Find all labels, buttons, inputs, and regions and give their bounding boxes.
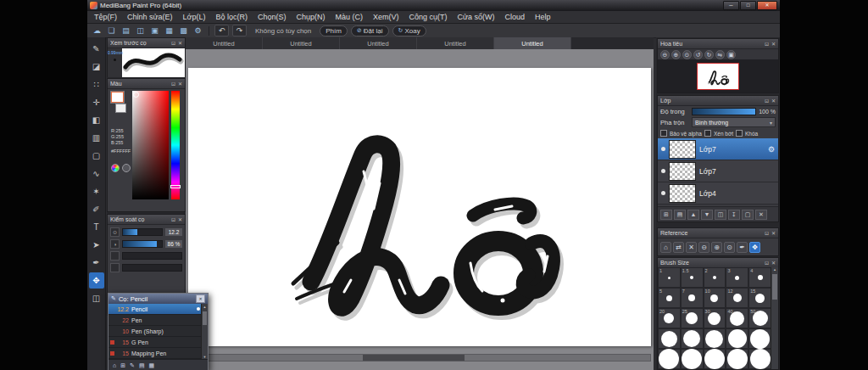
scrollbar-thumb[interactable] [363,355,465,361]
panel-float-icon[interactable]: ⊡ [765,98,769,104]
tool-eyedropper[interactable]: ✒ [89,255,104,271]
move-layer-down-icon[interactable]: ▼ [701,210,713,220]
navigator-header[interactable]: Hoa tiêu ⊡ ✕ [658,39,778,49]
brush-folder-icon[interactable]: ▤ [139,362,145,369]
panel-float-icon[interactable]: ⊡ [171,81,175,87]
brush-size-cell[interactable]: 20 [658,308,681,328]
foreground-color-swatch[interactable] [111,92,124,103]
menu-mau[interactable]: Màu (C) [331,11,369,23]
title-bar[interactable]: MediBang Paint Pro (64bit) ─ □ ✕ [87,0,780,11]
menu-xem[interactable]: Xem(V) [368,11,404,23]
brush-size-cell[interactable] [748,349,771,369]
close-reference-icon[interactable]: ✕ [686,242,697,253]
zoom-in-icon[interactable]: ⊕ [711,242,722,253]
rotate-right-icon[interactable]: ↻ [704,50,714,59]
tool-dot[interactable]: ∷ [89,76,104,92]
brush-size-cell[interactable] [704,349,726,369]
palette-icon[interactable] [122,164,131,172]
brush-size-cell[interactable]: 3 [726,267,748,288]
swap-icon[interactable]: ⇄ [673,242,684,253]
tab-untitled-5-active[interactable]: Untitled [494,37,571,49]
tab-untitled-3[interactable]: Untitled [340,37,417,49]
zoom-out-icon[interactable]: ⊖ [698,242,709,253]
panel-float-icon[interactable]: ⊡ [765,261,769,266]
add-folder-icon[interactable]: ▤ [674,210,686,220]
export-icon[interactable]: ◫ [135,25,146,36]
layer-settings-gear-icon[interactable]: ⚙ [768,145,775,154]
panel-close-icon[interactable]: ✕ [771,231,776,236]
scrollbar-thumb[interactable] [203,311,207,325]
brush-opacity-slider[interactable] [122,240,163,248]
brush-edit-dot-icon[interactable] [197,307,200,311]
menu-tep[interactable]: Tệp(F) [89,11,122,23]
brush-size-cell[interactable]: 7 [681,288,704,308]
image-icon[interactable]: ▣ [149,25,160,36]
material-icon[interactable]: ▩ [178,25,189,36]
tool-gradient[interactable]: ▥ [89,130,104,146]
brush-list-scrollbar[interactable]: ▲ ▼ [201,304,208,360]
menu-lop[interactable]: Lớp(L) [178,11,211,23]
visibility-icon[interactable] [661,169,665,173]
layer-thumbnail[interactable] [669,184,696,203]
tool-divide[interactable]: ◫ [89,290,104,306]
menu-cua-so[interactable]: Cửa sổ(W) [453,11,500,23]
menu-bo-loc[interactable]: Bộ lọc(R) [210,11,253,23]
settings-icon[interactable]: ⚙ [192,25,203,36]
panel-float-icon[interactable]: ⊡ [171,41,175,46]
tool-text[interactable]: T [89,219,104,235]
brush-size-cell[interactable]: 50 [748,308,771,328]
panel-float-icon[interactable]: ⊡ [171,217,175,222]
brush-size-cell[interactable] [658,349,681,369]
hand-icon[interactable]: ✥ [749,242,760,253]
brush-size-cell[interactable]: 5 [658,288,681,308]
scrollbar-thumb[interactable] [772,274,777,300]
saturation-value-square[interactable] [132,91,169,199]
panel-close-icon[interactable]: ✕ [178,41,182,46]
rotate-left-icon[interactable]: ↺ [693,50,703,59]
lock-checkbox[interactable] [736,130,743,137]
tool-lasso[interactable]: ∿ [89,165,104,182]
brush-window-titlebar[interactable]: ✎ Cọ: Pencil ✕ [108,294,208,304]
panel-close-icon[interactable]: ✕ [178,81,182,87]
navigator-preview[interactable] [658,59,778,92]
tool-magic-wand[interactable]: ✶ [89,183,104,199]
brush-size-slider[interactable] [122,228,163,236]
tool-select-pen[interactable]: ✐ [89,201,104,217]
brush-size-cell[interactable]: 25 [681,308,704,328]
panel-close-icon[interactable]: ✕ [771,42,776,47]
redo-button[interactable]: ↷ [232,25,247,36]
tool-eraser[interactable]: ◪ [89,59,104,75]
zoom-actual-icon[interactable]: ⊙ [682,50,692,59]
horizontal-scrollbar[interactable] [188,354,651,362]
menu-cloud[interactable]: Cloud [500,11,531,23]
panel-close-icon[interactable]: ✕ [771,261,776,266]
canvas-artwork[interactable] [188,68,651,346]
brush-size-cell[interactable] [704,328,726,349]
tool-hand[interactable]: ✥ [89,272,104,289]
brush-size-cell[interactable]: 4 [748,267,771,288]
comment-icon[interactable]: ❏ [106,25,117,36]
hue-marker[interactable] [170,185,181,188]
layer-thumbnail[interactable] [669,140,696,159]
zoom-out-icon[interactable]: ⊖ [660,50,670,59]
menu-help[interactable]: Help [530,11,556,23]
menu-chinh-sua[interactable]: Chỉnh sửa(E) [122,11,178,23]
sv-marker[interactable] [133,92,139,98]
layer-opacity-slider[interactable] [692,108,756,115]
tab-untitled-2[interactable]: Untitled [263,37,340,49]
layer-row-selected[interactable]: Lớp7 ⚙ [658,138,778,160]
brush-menu-icon[interactable]: ▦ [149,362,155,369]
add-layer-icon[interactable]: ⊞ [660,210,672,220]
brush-size-cell[interactable]: 30 [704,308,726,328]
brush-size-cell[interactable]: 12 [726,288,748,308]
brush-row[interactable]: 10 Pen (Sharp) [108,326,202,337]
tool-operation[interactable]: ➤ [89,237,104,253]
delete-layer-icon[interactable]: ✕ [755,210,767,220]
brush-setting-slider[interactable] [122,264,182,272]
brush-preview-header[interactable]: Xem trước cọ ⊡ ✕ [108,38,185,48]
add-brush-icon[interactable]: ⊞ [120,362,125,369]
flip-horizontal-icon[interactable]: ⇋ [715,50,725,59]
clipping-checkbox[interactable] [704,130,711,137]
brush-size-cell[interactable] [748,328,771,349]
brush-row-selected[interactable]: 12.2 Pencil [108,304,202,315]
